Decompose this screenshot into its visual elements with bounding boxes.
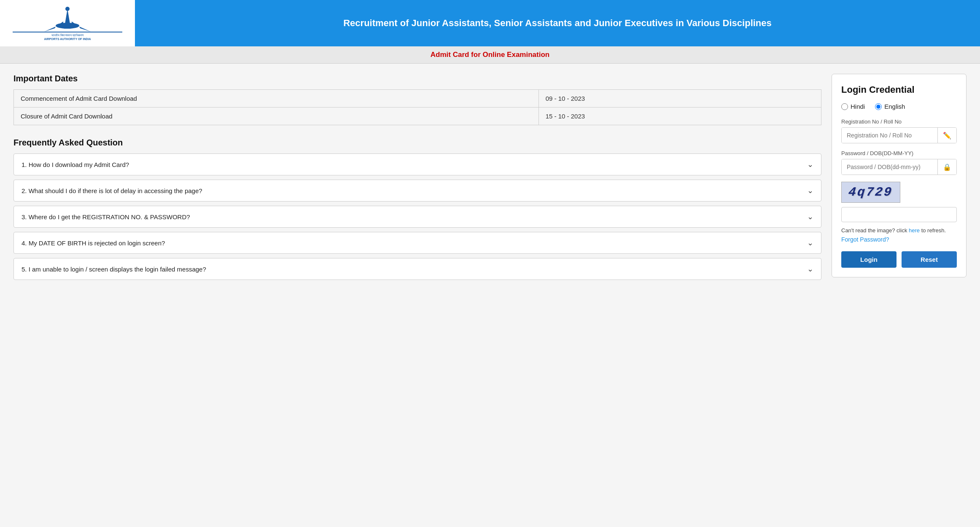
forgot-password-link[interactable]: Forgot Password?: [841, 236, 957, 243]
faq-item-5[interactable]: 5. I am unable to login / screen display…: [13, 258, 821, 280]
radio-hindi[interactable]: Hindi: [841, 103, 865, 110]
date-value-2: 15 - 10 - 2023: [538, 108, 821, 125]
login-title: Login Credential: [841, 84, 957, 95]
password-input[interactable]: [842, 159, 937, 175]
faq-item-2[interactable]: 2. What should I do if there is lot of d…: [13, 180, 821, 202]
captcha-refresh-link[interactable]: here: [909, 227, 920, 234]
table-row: Commencement of Admit Card Download 09 -…: [14, 90, 821, 108]
header-title: Recruitment of Junior Assistants, Senior…: [343, 17, 772, 30]
password-label: Password / DOB(DD-MM-YY): [841, 150, 957, 156]
header: भारतीय विमानपत्तन प्राधिकरण AIRPORTS AUT…: [0, 0, 980, 46]
date-label-2: Closure of Admit Card Download: [14, 108, 539, 125]
lock-icon: 🔒: [937, 159, 956, 175]
faq-text-2: 2. What should I do if there is lot of d…: [22, 187, 202, 194]
reset-button[interactable]: Reset: [902, 251, 957, 268]
radio-english[interactable]: English: [875, 103, 905, 110]
captcha-refresh-suffix: to refresh.: [920, 227, 946, 234]
captcha-image: 4q729: [841, 182, 900, 203]
radio-english-label: English: [884, 103, 905, 110]
faq-text-1: 1. How do I download my Admit Card?: [22, 161, 129, 168]
captcha-value: 4q729: [848, 185, 894, 199]
sub-header-text: Admit Card for Online Examination: [431, 51, 549, 59]
date-value-1: 09 - 10 - 2023: [538, 90, 821, 108]
faq-item-3[interactable]: 3. Where do I get the REGISTRATION NO. &…: [13, 206, 821, 228]
chevron-down-icon-3: ⌄: [807, 212, 813, 221]
captcha-input[interactable]: [841, 207, 957, 222]
radio-hindi-input[interactable]: [841, 103, 848, 110]
svg-text:AIRPORTS AUTHORITY OF INDIA: AIRPORTS AUTHORITY OF INDIA: [44, 38, 91, 40]
login-panel: Login Credential Hindi English Registrat…: [832, 74, 967, 277]
important-dates-title: Important Dates: [13, 74, 821, 83]
faq-title: Frequently Asked Question: [13, 138, 821, 148]
main-content: Important Dates Commencement of Admit Ca…: [0, 64, 980, 294]
reg-no-input[interactable]: [842, 128, 937, 143]
reg-no-wrapper: ✏️: [841, 127, 957, 143]
table-row: Closure of Admit Card Download 15 - 10 -…: [14, 108, 821, 125]
reg-no-label: Registration No / Roll No: [841, 118, 957, 125]
chevron-down-icon-4: ⌄: [807, 238, 813, 247]
svg-point-3: [65, 7, 70, 11]
captcha-refresh-text: Can't read the image? click: [841, 227, 909, 234]
radio-english-input[interactable]: [875, 103, 882, 110]
svg-text:भारतीय विमानपत्तन प्राधिकरण: भारतीय विमानपत्तन प्राधिकरण: [51, 33, 84, 37]
date-label-1: Commencement of Admit Card Download: [14, 90, 539, 108]
dates-table: Commencement of Admit Card Download 09 -…: [13, 89, 821, 125]
faq-item-4[interactable]: 4. My DATE OF BIRTH is rejected on login…: [13, 232, 821, 254]
login-button[interactable]: Login: [841, 251, 897, 268]
chevron-down-icon-5: ⌄: [807, 264, 813, 274]
captcha-refresh: Can't read the image? click here to refr…: [841, 227, 957, 234]
faq-text-5: 5. I am unable to login / screen display…: [22, 266, 206, 273]
radio-hindi-label: Hindi: [851, 103, 865, 110]
header-title-area: Recruitment of Junior Assistants, Senior…: [135, 0, 980, 46]
faq-text-3: 3. Where do I get the REGISTRATION NO. &…: [22, 213, 190, 220]
aai-logo: भारतीय विमानपत्तन प्राधिकरण AIRPORTS AUT…: [13, 5, 122, 41]
faq-text-4: 4. My DATE OF BIRTH is rejected on login…: [22, 239, 165, 247]
chevron-down-icon-1: ⌄: [807, 160, 813, 169]
language-radio-group: Hindi English: [841, 103, 957, 110]
sub-header: Admit Card for Online Examination: [0, 46, 980, 64]
chevron-down-icon-2: ⌄: [807, 186, 813, 195]
faq-list: 1. How do I download my Admit Card? ⌄ 2.…: [13, 153, 821, 280]
svg-rect-1: [13, 32, 122, 32]
button-row: Login Reset: [841, 251, 957, 268]
edit-icon: ✏️: [937, 128, 956, 143]
left-panel: Important Dates Commencement of Admit Ca…: [13, 74, 821, 284]
faq-item-1[interactable]: 1. How do I download my Admit Card? ⌄: [13, 153, 821, 175]
logo-area: भारतीय विमानपत्तन प्राधिकरण AIRPORTS AUT…: [0, 0, 135, 46]
svg-point-4: [56, 23, 79, 29]
password-wrapper: 🔒: [841, 159, 957, 175]
